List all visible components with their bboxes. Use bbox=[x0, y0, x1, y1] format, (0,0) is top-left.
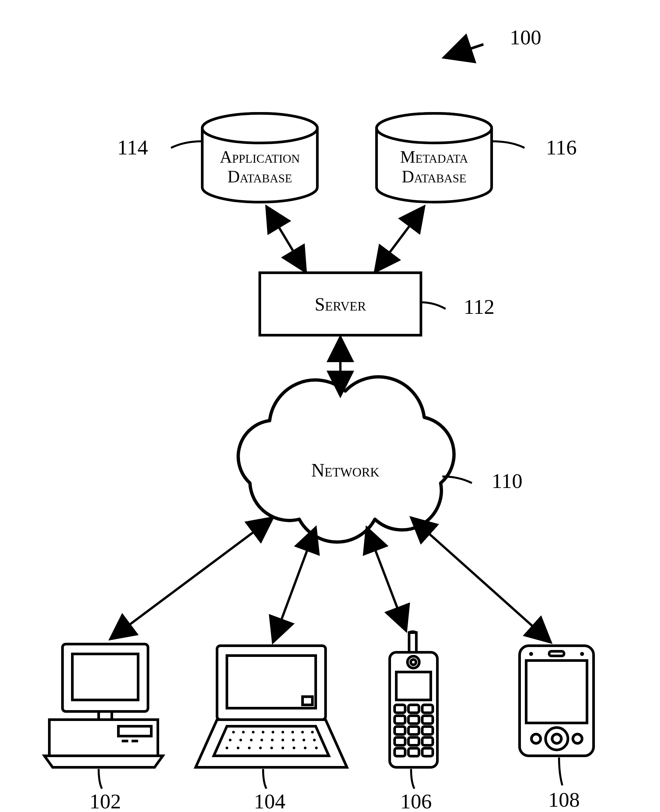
network-cloud: Network 110 bbox=[238, 377, 522, 542]
svg-point-65 bbox=[580, 652, 584, 656]
svg-rect-60 bbox=[395, 748, 405, 756]
svg-point-22 bbox=[291, 731, 294, 733]
svg-rect-61 bbox=[408, 748, 419, 756]
svg-point-64 bbox=[529, 652, 533, 656]
svg-point-39 bbox=[281, 747, 284, 749]
svg-rect-55 bbox=[408, 727, 419, 734]
svg-point-30 bbox=[281, 739, 284, 741]
laptop-icon bbox=[196, 646, 347, 789]
svg-point-25 bbox=[229, 739, 232, 741]
svg-point-34 bbox=[225, 747, 228, 749]
svg-point-27 bbox=[250, 739, 252, 741]
svg-point-33 bbox=[313, 739, 316, 741]
svg-point-40 bbox=[293, 747, 295, 749]
svg-rect-56 bbox=[422, 727, 433, 734]
svg-rect-67 bbox=[526, 660, 587, 723]
db1-line2: Database bbox=[228, 167, 292, 186]
db2-line1: Metadata bbox=[400, 147, 468, 166]
svg-point-28 bbox=[260, 739, 263, 741]
svg-point-18 bbox=[252, 731, 254, 733]
db2-ref: 116 bbox=[546, 136, 577, 159]
network-ref: 110 bbox=[492, 469, 522, 492]
svg-point-21 bbox=[281, 731, 284, 733]
ref-100-label: 100 bbox=[510, 25, 541, 49]
server-box: Server 112 bbox=[260, 273, 495, 335]
svg-point-32 bbox=[303, 739, 305, 741]
arrow-net-phone bbox=[366, 527, 406, 631]
svg-rect-59 bbox=[422, 738, 433, 745]
desktop-icon bbox=[44, 644, 163, 789]
metadata-database: Metadata Database 116 bbox=[376, 113, 577, 202]
svg-point-71 bbox=[573, 734, 582, 743]
phone-ref: 106 bbox=[400, 790, 432, 812]
server-label: Server bbox=[315, 294, 366, 315]
application-database: Application Database 114 bbox=[117, 113, 317, 202]
arrow-server-db1 bbox=[267, 206, 306, 272]
svg-point-23 bbox=[301, 731, 304, 733]
svg-point-35 bbox=[237, 747, 240, 749]
svg-point-2 bbox=[202, 113, 317, 143]
db1-ref: 114 bbox=[117, 136, 148, 159]
svg-rect-66 bbox=[549, 651, 564, 656]
arrow-net-desktop bbox=[110, 518, 273, 639]
server-ref: 112 bbox=[464, 295, 495, 318]
svg-point-31 bbox=[292, 739, 295, 741]
arrow-net-laptop bbox=[273, 527, 316, 643]
db2-line2: Database bbox=[402, 167, 466, 186]
svg-rect-49 bbox=[408, 705, 419, 713]
db1-line1: Application bbox=[220, 147, 300, 166]
arrow-net-pda bbox=[411, 518, 551, 643]
svg-point-69 bbox=[552, 734, 562, 743]
svg-line-0 bbox=[444, 44, 484, 57]
svg-rect-10 bbox=[118, 726, 151, 736]
svg-point-16 bbox=[232, 731, 235, 733]
svg-point-19 bbox=[262, 731, 264, 733]
svg-point-29 bbox=[271, 739, 274, 741]
svg-point-36 bbox=[248, 747, 251, 749]
svg-rect-54 bbox=[395, 727, 405, 734]
laptop-ref: 104 bbox=[254, 790, 286, 812]
pda-icon bbox=[520, 646, 593, 785]
svg-rect-48 bbox=[395, 705, 405, 713]
svg-rect-47 bbox=[396, 672, 431, 700]
pda-ref: 108 bbox=[548, 788, 580, 811]
svg-point-20 bbox=[271, 731, 274, 733]
svg-point-4 bbox=[376, 113, 492, 143]
figure-ref-100: 100 bbox=[444, 25, 541, 57]
svg-point-41 bbox=[304, 747, 306, 749]
svg-point-42 bbox=[315, 747, 318, 749]
svg-rect-53 bbox=[422, 716, 433, 723]
svg-point-70 bbox=[531, 734, 541, 743]
svg-point-24 bbox=[311, 731, 314, 733]
arrow-server-db2 bbox=[375, 206, 424, 272]
svg-point-38 bbox=[270, 747, 273, 749]
desktop-ref: 102 bbox=[89, 790, 121, 812]
svg-rect-58 bbox=[408, 738, 419, 745]
network-label: Network bbox=[311, 460, 379, 480]
svg-rect-50 bbox=[422, 705, 433, 713]
svg-rect-7 bbox=[72, 654, 138, 700]
svg-rect-52 bbox=[408, 716, 419, 723]
svg-rect-15 bbox=[303, 696, 313, 705]
svg-point-37 bbox=[259, 747, 262, 749]
svg-rect-62 bbox=[422, 748, 433, 756]
figure-diagram: 100 Application Database 114 Metadata Da… bbox=[0, 0, 660, 812]
svg-rect-43 bbox=[409, 633, 416, 652]
svg-point-17 bbox=[242, 731, 245, 733]
phone-icon bbox=[390, 632, 437, 789]
svg-rect-51 bbox=[395, 716, 405, 723]
svg-rect-57 bbox=[395, 738, 405, 745]
svg-point-26 bbox=[240, 739, 242, 741]
